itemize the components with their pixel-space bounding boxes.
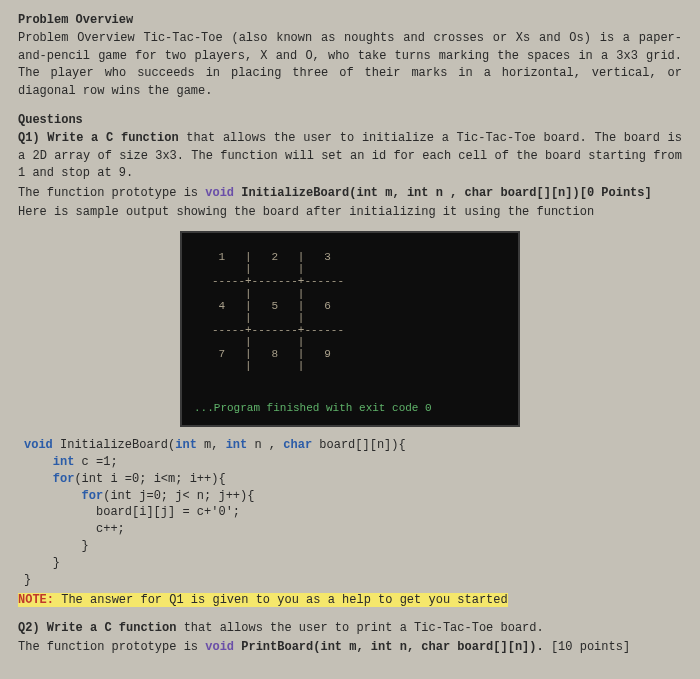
q2-label: Q2) Write a C function: [18, 621, 176, 635]
kw: for: [24, 472, 74, 486]
note-line: NOTE: The answer for Q1 is given to you …: [18, 592, 682, 609]
q2-description: Q2) Write a C function that allows the u…: [18, 620, 682, 637]
kw: char: [283, 438, 312, 452]
code: (int j=0; j< n; j++){: [103, 489, 254, 503]
note-text: The answer for Q1 is given to you as a h…: [54, 593, 508, 607]
q1-label: Q1) Write a C function: [18, 131, 179, 145]
heading-overview: Problem Overview: [18, 12, 682, 29]
q2-block: Q2) Write a C function that allows the u…: [18, 620, 682, 657]
code-sample: void InitializeBoard(int m, int n , char…: [24, 437, 682, 588]
kw: for: [24, 489, 103, 503]
kw: int: [175, 438, 197, 452]
q1-description: Q1) Write a C function that allows the u…: [18, 130, 682, 182]
void-keyword: void: [205, 186, 234, 200]
overview-paragraph: Problem Overview Tic-Tac-Toe (also known…: [18, 30, 682, 100]
code: board[i][j] = c+'0';: [24, 505, 240, 519]
code: c++;: [24, 522, 125, 536]
code: m,: [197, 438, 226, 452]
q2-text: that allows the user to print a Tic-Tac-…: [176, 621, 543, 635]
proto-signature: InitializeBoard(int m, int n , char boar…: [234, 186, 580, 200]
q2-points: [10 points]: [551, 640, 630, 654]
q2-proto-signature: PrintBoard(int m, int n, char board[][n]…: [234, 640, 551, 654]
kw: int: [24, 455, 74, 469]
code: n ,: [247, 438, 283, 452]
q2-proto-prefix: The function prototype is: [18, 640, 205, 654]
code: }: [24, 573, 31, 587]
kw: void: [24, 438, 53, 452]
code: }: [24, 539, 89, 553]
void-keyword: void: [205, 640, 234, 654]
code: }: [24, 556, 60, 570]
q1-prototype-line: The function prototype is void Initializ…: [18, 185, 682, 202]
terminal-output: 1 | 2 | 3 | | -----+-------+------ | | 4…: [180, 231, 520, 427]
note-label: NOTE:: [18, 593, 54, 607]
code: board[][n]){: [312, 438, 406, 452]
code: c =1;: [74, 455, 117, 469]
code: (int i =0; i<m; i++){: [74, 472, 225, 486]
proto-points: [0 Points]: [580, 186, 652, 200]
terminal-exit-line: ...Program finished with exit code 0: [194, 401, 432, 417]
q2-prototype-line: The function prototype is void PrintBoar…: [18, 639, 682, 656]
code: InitializeBoard(: [53, 438, 175, 452]
sample-output-text: Here is sample output showing the board …: [18, 204, 682, 221]
proto-prefix: The function prototype is: [18, 186, 205, 200]
terminal-grid: 1 | 2 | 3 | | -----+-------+------ | | 4…: [182, 233, 518, 372]
kw: int: [226, 438, 248, 452]
heading-questions: Questions: [18, 112, 682, 129]
